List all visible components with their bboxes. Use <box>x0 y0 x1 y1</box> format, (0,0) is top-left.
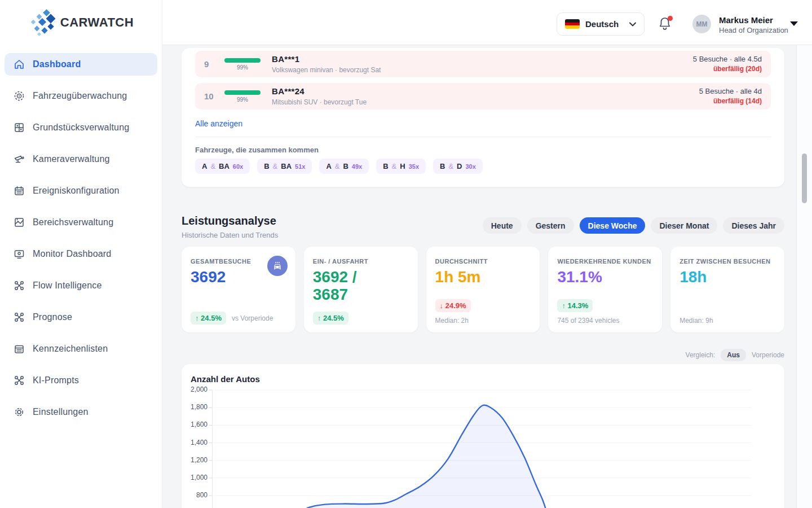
pair-b: BA <box>281 162 292 170</box>
confidence-bar: 99% <box>224 58 261 71</box>
comparison-toggle[interactable]: Aus <box>721 349 746 361</box>
y-axis-tick: 1,000 <box>182 474 208 481</box>
sidebar-item-label: Prognose <box>33 312 72 322</box>
filter-heute[interactable]: Heute <box>483 217 522 234</box>
trend-badge: ↑ 14.3% <box>557 299 593 312</box>
filter-dieser-monat[interactable]: Dieser Monat <box>651 217 717 234</box>
filter-dieses-jahr[interactable]: Dieses Jahr <box>723 217 784 234</box>
property-grid-icon <box>14 122 25 133</box>
pair-count: 30x <box>465 163 475 170</box>
kpi-grid: GESAMTBESUCHE 3692 ↑ 24.5% vs Vorperiode… <box>182 247 784 332</box>
user-info[interactable]: Markus Meier Head of Organization <box>719 15 788 35</box>
sidebar-item-label: Bereichsverwaltung <box>33 217 113 227</box>
avatar[interactable]: MM <box>692 15 711 33</box>
sidebar-item-bereichsverwaltung[interactable]: Bereichsverwaltung <box>5 211 157 234</box>
sidebar-item-kameraverwaltung[interactable]: Kameraverwaltung <box>5 148 157 170</box>
top-header: CARWATCH Deutsch MM Markus Meier Head of… <box>0 0 812 45</box>
pair-chip[interactable]: B&H35x <box>376 159 426 174</box>
calendar-icon <box>14 185 25 196</box>
show-all-link[interactable]: Alle anzeigen <box>195 119 242 128</box>
german-flag-icon <box>565 19 580 29</box>
kpi-label: WIEDERKEHRENDE KUNDEN <box>557 258 653 265</box>
trend-badge: ↓ 24.9% <box>435 299 471 312</box>
pair-b: BA <box>219 162 230 170</box>
main-content: 9 99% BA***1 Volkswagen minivan · bevorz… <box>162 45 812 508</box>
visits-chart-svg <box>212 387 751 508</box>
comparison-label: Vergleich: <box>686 351 716 359</box>
pair-chip[interactable]: A&B49x <box>319 159 369 174</box>
user-menu-caret-icon[interactable] <box>789 21 798 27</box>
pair-b: D <box>457 162 462 170</box>
kpi-gesamtbesuche: GESAMTBESUCHE 3692 ↑ 24.5% vs Vorperiode <box>182 247 295 332</box>
sidebar-item-label: Fahrzeugüberwachung <box>33 91 127 101</box>
kpi-label: DURCHSCHNITT <box>435 258 531 265</box>
sidebar-item-ki-prompts[interactable]: KI-Prompts <box>5 369 157 392</box>
sidebar-item-kennzeichenlisten[interactable]: Kennzeichenlisten <box>5 338 157 360</box>
vehicle-monitoring-icon <box>14 90 25 102</box>
sidebar-item-label: Grundstücksverwaltung <box>33 122 129 133</box>
user-role: Head of Organization <box>719 26 788 35</box>
kpi-ein-ausfahrt: EIN- / AUSFAHRT 3692 / 3687 ↑ 24.5% <box>304 247 418 332</box>
visit-frequency: 5 Besuche · alle 4.5d <box>693 54 762 64</box>
analysis-header: Leistungsanalyse Historische Daten und T… <box>182 214 784 239</box>
kpi-subtext: Median: 2h <box>435 317 531 325</box>
scrollbar-thumb[interactable] <box>802 154 807 203</box>
ampersand: & <box>210 162 215 170</box>
kpi-label: EIN- / AUSFAHRT <box>313 258 409 265</box>
pair-a: B <box>440 162 445 170</box>
pair-chip[interactable]: B&D30x <box>433 159 483 174</box>
gear-icon <box>14 406 25 418</box>
pair-a: A <box>326 162 331 170</box>
sidebar-item-monitor-dashboard[interactable]: Monitor Dashboard <box>5 243 157 265</box>
notifications-button[interactable] <box>659 17 672 30</box>
license-plate: BA***24 <box>272 86 367 97</box>
sidebar-item-grundstuecksverwaltung[interactable]: Grundstücksverwaltung <box>5 116 157 139</box>
sidebar-item-label: Flow Intelligence <box>33 281 102 291</box>
kpi-subtext: Median: 9h <box>679 317 775 325</box>
sidebar-item-label: Dashboard <box>33 59 81 69</box>
rank-number: 9 <box>204 59 221 69</box>
kpi-wiederkehrende-kunden: WIEDERKEHRENDE KUNDEN 31.1% ↑ 14.3% 745 … <box>548 247 662 332</box>
kpi-zeit-zwischen-besuchen: ZEIT ZWISCHEN BESUCHEN 18h Median: 9h <box>670 247 784 332</box>
pair-count: 49x <box>352 163 362 170</box>
car-badge-icon <box>267 256 288 276</box>
overdue-status: überfällig (14d) <box>699 97 762 106</box>
language-label: Deutsch <box>585 19 624 29</box>
language-selector[interactable]: Deutsch <box>557 12 645 36</box>
pair-chip[interactable]: B&BA51x <box>257 159 312 174</box>
sidebar-item-flow-intelligence[interactable]: Flow Intelligence <box>5 274 157 297</box>
sidebar-item-prognose[interactable]: Prognose <box>5 306 157 329</box>
y-axis-tick: 1,200 <box>182 456 208 464</box>
sidebar-item-label: Kameraverwaltung <box>33 154 110 164</box>
y-axis-tick: 2,000 <box>182 386 208 393</box>
trend-badge: ↑ 24.5% <box>191 312 226 325</box>
sidebar-item-fahrzeugueberwachung[interactable]: Fahrzeugüberwachung <box>5 85 157 107</box>
vehicle-row[interactable]: 9 99% BA***1 Volkswagen minivan · bevorz… <box>195 51 771 77</box>
y-axis-tick: 1,400 <box>182 439 208 446</box>
brand-name: CARWATCH <box>60 15 134 30</box>
scrollbar-track[interactable] <box>796 45 812 508</box>
progress-bar <box>224 90 261 95</box>
kpi-value: 18h <box>679 269 775 286</box>
sidebar-item-ereigniskonfiguration[interactable]: Ereigniskonfiguration <box>5 179 157 202</box>
filter-gestern[interactable]: Gestern <box>527 217 574 234</box>
carwatch-logo-icon <box>28 8 55 37</box>
area-map-icon <box>14 217 25 228</box>
chart-title: Anzahl der Autos <box>191 374 260 384</box>
pair-count: 35x <box>409 163 419 170</box>
filter-diese-woche[interactable]: Diese Woche <box>580 217 646 234</box>
pair-count: 51x <box>295 163 305 170</box>
pair-chip[interactable]: A&BA60x <box>195 159 250 174</box>
sidebar-item-label: Einstellungen <box>33 407 89 417</box>
comparison-option[interactable]: Vorperiode <box>752 351 784 359</box>
kpi-durchschnitt: DURCHSCHNITT 1h 5m ↓ 24.9% Median: 2h <box>426 247 540 332</box>
comparison-row: Vergleich: Aus Vorperiode <box>182 349 784 361</box>
vehicle-row[interactable]: 10 99% BA***24 Mitsubishi SUV · bevorzug… <box>195 83 771 110</box>
sidebar-item-einstellungen[interactable]: Einstellungen <box>5 401 157 423</box>
pair-a: A <box>202 162 207 170</box>
pair-a: B <box>383 162 388 170</box>
ampersand: & <box>335 162 340 170</box>
sidebar-item-dashboard[interactable]: Dashboard <box>5 53 157 76</box>
progress-percent: 99% <box>237 97 248 103</box>
pair-b: H <box>400 162 405 170</box>
